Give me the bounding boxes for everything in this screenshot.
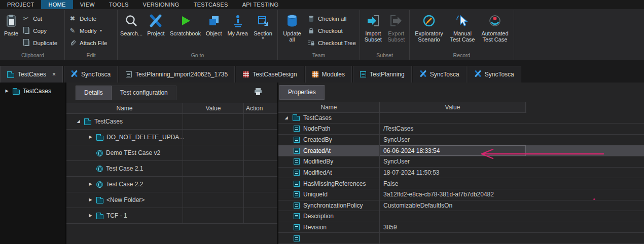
property-icon (294, 202, 300, 209)
tree-row-test-case-21[interactable]: Test Case 2.1 (66, 161, 277, 177)
menu-item-tools[interactable]: TOOLS (102, 0, 136, 9)
checkout-button[interactable]: Checkout (307, 27, 356, 34)
close-icon[interactable]: × (52, 71, 56, 78)
property-root-row[interactable]: TestCases (278, 113, 644, 124)
my-area-icon (232, 13, 244, 29)
tree-row-tcf-1[interactable]: TCF - 1 (66, 208, 277, 224)
exploratory-scenario-label: Exploratory Scenario (413, 30, 445, 43)
doc-tab-label: Modules (322, 71, 345, 78)
duplicate-button[interactable]: Duplicate (22, 39, 57, 47)
doc-tab-label: TestPlanning (370, 71, 405, 78)
property-icon (294, 235, 300, 241)
goto-object-label: Object (206, 30, 222, 36)
automated-test-case-button[interactable]: Automated Test Case (478, 10, 512, 52)
expand-icon[interactable] (4, 89, 10, 94)
doc-tab-synctosca-1[interactable]: SyncTosca (64, 66, 118, 83)
copy-button[interactable]: Copy (22, 27, 57, 34)
property-row-synchronizationpolicy[interactable]: SynchronizationPolicy CustomizableDefaul… (278, 200, 644, 212)
menu-item-view[interactable]: VIEW (73, 0, 102, 9)
property-row-createdat[interactable]: CreatedAt 06-06-2024 18:33:54 (278, 145, 644, 156)
menu-item-api-testing[interactable]: API TESTING (235, 0, 286, 9)
property-row-hasmissingreferences[interactable]: HasMissingReferences False (278, 178, 644, 189)
tree-row-do-not-delete[interactable]: DO_NOT_DELETE_UPDA... (66, 130, 277, 145)
modify-button[interactable]: ✎ Modify ▾ (68, 27, 107, 34)
menu-item-testcases[interactable]: TESTCASES (187, 0, 235, 9)
expand-icon[interactable] (283, 115, 289, 120)
attach-file-label: Attach File (80, 40, 107, 46)
property-row-modifiedat[interactable]: ModifiedAt 18-07-2024 11:50:53 (278, 168, 644, 179)
cut-button[interactable]: ✂ Cut (22, 15, 57, 22)
tree-item-testcases[interactable]: TestCases (4, 88, 65, 95)
expand-icon[interactable] (76, 119, 81, 124)
details-panel-header: Details Test configuration (66, 83, 277, 103)
property-row-revision[interactable]: Revision 3859 (278, 222, 644, 233)
checkout-tree-button[interactable]: Checkout Tree (307, 39, 356, 47)
import-arrows-icon (367, 13, 380, 29)
details-panel: Details Test configuration Name Value Ac… (65, 83, 277, 244)
import-subset-button[interactable]: Import Subset (362, 10, 385, 52)
property-row-nodepath[interactable]: NodePath /TestCases (278, 124, 644, 135)
doc-tab-label: SyncTosca (430, 71, 459, 78)
properties-panel: Properties Name Value TestCases NodePath… (277, 83, 644, 244)
property-name: NodePath (303, 125, 330, 132)
ribbon-group-record: Exploratory Scenario Manual Test Case Au… (410, 10, 514, 60)
tab-details[interactable]: Details (76, 86, 112, 100)
menu-item-project[interactable]: PROJECT (0, 0, 41, 9)
export-subset-button[interactable]: Export Subset (385, 10, 408, 52)
delete-button[interactable]: ✖ Delete (68, 15, 107, 22)
property-icon (294, 213, 300, 219)
tree-row-demo-test-case[interactable]: Demo TEst Case v2 (66, 145, 277, 161)
tosca-x-icon (420, 70, 426, 78)
property-value: 18-07-2024 11:50:53 (380, 168, 526, 178)
property-row-description[interactable]: Description (278, 211, 644, 222)
update-all-button[interactable]: Update all (279, 10, 305, 52)
search-button[interactable]: Search... (119, 10, 144, 52)
attach-file-button[interactable]: Attach File (68, 39, 107, 47)
checkin-all-button[interactable]: Checkin all (307, 15, 356, 22)
properties-panel-header: Properties (278, 83, 644, 102)
expand-icon[interactable] (88, 213, 93, 218)
folder-icon (96, 198, 103, 204)
doc-tab-testcases[interactable]: TestCases × (0, 66, 63, 83)
tree-row-label: <New Folder> (106, 196, 145, 204)
goto-my-area-button[interactable]: My Area (225, 10, 250, 52)
tree-row-new-folder[interactable]: <New Folder> (66, 192, 277, 208)
doc-tab-testplanning[interactable]: TestPlanning (353, 66, 412, 83)
doc-tab-label: TestCaseDesign (253, 71, 297, 78)
doc-tab-synctosca-2[interactable]: SyncTosca (413, 66, 467, 83)
goto-section-button[interactable]: Section ▾ (250, 10, 276, 52)
tab-properties[interactable]: Properties (279, 85, 325, 100)
goto-project-button[interactable]: Project (144, 10, 168, 52)
document-tabstrip: TestCases × SyncTosca TestPlanning_impor… (0, 60, 644, 83)
exploratory-scenario-button[interactable]: Exploratory Scenario (411, 10, 447, 52)
delete-icon: ✖ (68, 15, 77, 22)
tree-row-testcases[interactable]: TestCases (66, 114, 277, 130)
manual-test-case-button[interactable]: Manual Test Case (447, 10, 478, 52)
testcase-icon (96, 150, 103, 156)
print-icon[interactable] (254, 88, 262, 98)
expand-icon[interactable] (88, 182, 93, 187)
tree-row-label: Test Case 2.1 (106, 165, 143, 172)
folder-icon (96, 214, 103, 219)
doc-tab-testcasedesign[interactable]: TestCaseDesign (236, 66, 304, 83)
doc-tab-testplanning-import[interactable]: TestPlanning_import240625_1735 (119, 66, 235, 83)
exploratory-icon (422, 13, 436, 29)
menu-item-versioning[interactable]: VERSIONING (136, 0, 187, 9)
scratchbook-button[interactable]: Scratchbook (168, 10, 202, 52)
expand-icon[interactable] (88, 135, 93, 140)
property-row-createdby[interactable]: CreatedBy SyncUser (278, 135, 644, 146)
doc-tab-modules[interactable]: Modules (305, 66, 352, 83)
menu-item-home[interactable]: HOME (41, 0, 73, 9)
tab-test-configuration[interactable]: Test configuration (112, 86, 176, 100)
group-label-edit: Edit (65, 52, 117, 60)
goto-object-button[interactable]: Object (202, 10, 225, 52)
paste-button[interactable]: Paste (3, 10, 20, 52)
doc-tab-synctosca-3[interactable]: SyncTosca (468, 66, 521, 83)
property-icon (294, 148, 300, 154)
doc-tab-label: SyncTosca (485, 71, 514, 78)
property-row-modifiedby[interactable]: ModifiedBy SyncUser (278, 156, 644, 168)
tree-row-test-case-22[interactable]: Test Case 2.2 (66, 177, 277, 192)
ribbon-filler (514, 10, 644, 60)
expand-icon[interactable] (88, 197, 93, 202)
property-row-uniqueid[interactable]: UniqueId 3a12ffd2-e8ca-cb78-381d-af7b7db… (278, 189, 644, 200)
